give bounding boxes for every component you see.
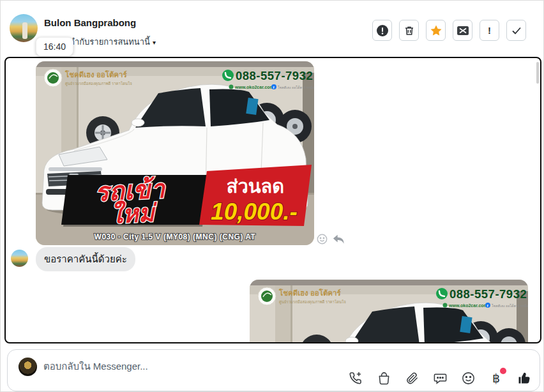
- contact-name: Bulon Bangprabong: [44, 17, 136, 28]
- message-avatar: [11, 250, 28, 267]
- report-button[interactable]: [372, 20, 392, 41]
- message-hover-actions: [317, 233, 345, 247]
- svg-text:www.oko2car.com: www.oko2car.com: [448, 303, 488, 308]
- reply-input[interactable]: [43, 361, 375, 372]
- commerce-bag-icon[interactable]: [376, 370, 391, 386]
- star-icon: [430, 24, 442, 37]
- react-emoji-icon[interactable]: [317, 234, 328, 247]
- report-icon: [376, 24, 389, 37]
- svg-text:โชคดีเฮง ออโต้คาร์ รถมือสอง: โชคดีเฮง ออโต้คาร์ รถมือสอง: [278, 86, 314, 89]
- chevron-down-icon: ▾: [153, 39, 156, 46]
- message-bubble: ขอราคาคันนี้ด้วยค่ะ: [36, 247, 135, 271]
- ad-image-message[interactable]: 1กธ 1970 กรุงเทพมหานคร โชคดีเฮง ออโต้คาร…: [36, 61, 314, 245]
- svg-text:ใหม่: ใหม่: [110, 199, 158, 229]
- car-model-caption: W030 - City 1.5 V (MY08) (MNC) (CNG) AT: [94, 232, 256, 241]
- conversation-actions: !: [372, 20, 526, 41]
- svg-text:www.oko2car.com: www.oko2car.com: [234, 85, 274, 89]
- trash-icon: [404, 25, 415, 36]
- svg-text:โชคดีเฮง ออโต้คาร์ รถมือสอง: โชคดีเฮง ออโต้คาร์ รถมือสอง: [492, 304, 528, 308]
- messenger-inbox-page: Bulon Bangprabong ติดป้ายกำกับรายการสนทน…: [0, 0, 544, 392]
- conversation-pane: 1กธ 1970 กรุงเทพมหานคร โชคดีเฮง ออโต้คาร…: [4, 57, 541, 343]
- reply-icon[interactable]: [332, 233, 345, 247]
- svg-text:088-557-7932: 088-557-7932: [236, 69, 313, 82]
- svg-text:ส่วนลด: ส่วนลด: [227, 176, 284, 197]
- chat-scrollbar[interactable]: [536, 62, 539, 84]
- mail-x-icon: [457, 26, 469, 36]
- ad-image-message-2[interactable]: 1กธ 1970 กรุงเทพมหานคร โชคดีเฮง ออโต้คาร…: [250, 280, 528, 342]
- timestamp-tooltip: 16:40: [36, 37, 73, 56]
- check-icon: [511, 25, 522, 36]
- svg-text:ศูนย์รวมรถมือสองคุณภาพดี ราคาโ: ศูนย์รวมรถมือสองคุณภาพดี ราคาโดนใจ: [65, 81, 132, 86]
- phone-number-block: 088-557-7932 www.oko2car.com f โชคดีเฮง …: [436, 287, 528, 308]
- phone-number-block: 088-557-7932 www.oko2car.com f โชคดีเฮง …: [222, 69, 314, 89]
- composer-toolbar: ฿: [348, 370, 532, 386]
- mark-important-button[interactable]: !: [480, 20, 499, 41]
- notification-dot: [500, 368, 506, 374]
- star-button[interactable]: [426, 20, 446, 41]
- payment-icon[interactable]: ฿: [488, 370, 504, 386]
- page-avatar: [19, 358, 37, 376]
- dealer-logo: โชคดีเฮง ออโต้คาร์ ศูนย์รวมรถมือสองคุณภา…: [258, 287, 346, 305]
- emoji-icon[interactable]: [460, 370, 476, 386]
- svg-text:088-557-7932: 088-557-7932: [450, 287, 527, 301]
- exclamation-icon: !: [488, 25, 491, 36]
- like-icon[interactable]: [517, 370, 532, 386]
- reply-composer: ฿: [7, 349, 540, 391]
- attachment-icon[interactable]: [404, 370, 419, 386]
- mark-unread-button[interactable]: [453, 20, 472, 41]
- svg-text:10,000.-: 10,000.-: [211, 199, 298, 225]
- add-call-icon[interactable]: [348, 370, 363, 386]
- svg-text:ศูนย์รวมรถมือสองคุณภาพดี ราคาโ: ศูนย์รวมรถมือสองคุณภาพดี ราคาโดนใจ: [279, 299, 346, 305]
- dealer-logo: โชคดีเฮง ออโต้คาร์ ศูนย์รวมรถมือสองคุณภา…: [44, 69, 132, 87]
- svg-text:โชคดีเฮง ออโต้คาร์: โชคดีเฮง ออโต้คาร์: [278, 288, 342, 297]
- mark-done-button[interactable]: [506, 20, 526, 41]
- svg-text:โชคดีเฮง ออโต้คาร์: โชคดีเฮง ออโต้คาร์: [64, 70, 128, 79]
- delete-button[interactable]: [399, 20, 419, 41]
- saved-replies-icon[interactable]: [432, 370, 448, 386]
- contact-avatar[interactable]: [10, 14, 38, 42]
